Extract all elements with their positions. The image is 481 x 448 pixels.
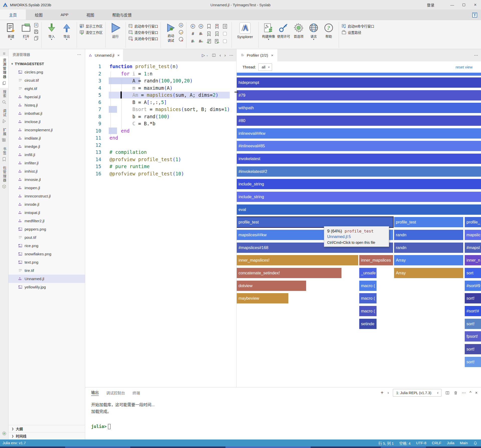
status-item[interactable]: CRLF — [432, 441, 441, 445]
open-button[interactable]: 打开 ▼ — [19, 22, 34, 41]
flame-bar-#sort#9[interactable]: #sort#9 — [465, 281, 481, 291]
breakpoint-cond-icon[interactable]: #= — [191, 39, 194, 44]
set-path-button[interactable]: 设置路径 — [341, 30, 361, 35]
flame-bar-include_string[interactable]: include_string — [237, 179, 481, 189]
export-button[interactable]: 导出 ▼ — [59, 22, 74, 41]
close-panel-icon[interactable]: × — [475, 391, 477, 395]
code-editor[interactable]: 12345678910111213141516 function profile… — [85, 61, 236, 177]
repl-selector[interactable]: 1: Julia REPL (v1.7.3) ∨ — [393, 389, 441, 397]
flame-bar-inner_mapslices![interactable]: inner_mapslices! — [237, 255, 358, 265]
new-terminal-icon[interactable]: + — [381, 390, 384, 396]
flame-bar-profile_test[interactable]: profile_test — [394, 217, 463, 227]
flame-bar-concatenate_setindex![interactable]: concatenate_setindex! — [237, 268, 341, 278]
login-button[interactable]: 登录 — [427, 2, 434, 8]
flame-bar-macro ([interactable]: macro ( — [359, 281, 377, 291]
bookmark-list-icon[interactable] — [222, 24, 228, 29]
flame-bar-inner_mapslices[interactable]: inner_mapslices — [359, 255, 393, 265]
flame-bar-profile_[interactable]: profile_ — [465, 217, 481, 227]
start-repl-button[interactable]: REPL 启动命令行窗口 — [128, 24, 158, 29]
file-item-imcomplement.jl[interactable]: imcomplement.jl — [9, 126, 85, 134]
back-icon[interactable]: ‹ — [219, 53, 221, 58]
status-item[interactable]: 行 5, 列 1 — [378, 440, 394, 446]
breakpoint-icon[interactable]: # — [192, 31, 194, 36]
doc-next-icon[interactable] — [206, 39, 212, 44]
forward-icon[interactable]: › — [224, 53, 226, 58]
thread-select[interactable]: all ∨ — [258, 63, 272, 71]
collapse-ribbon-icon[interactable] — [471, 12, 478, 18]
language-dropdown-icon[interactable]: ▼ — [313, 39, 315, 41]
tooltip-location[interactable]: Unnamed.jl:5 — [327, 235, 386, 239]
flame-bar-eval[interactable]: eval — [237, 204, 481, 215]
license-button[interactable]: 使用许可 — [276, 22, 291, 39]
menu-hamburger-icon[interactable]: ≡ — [0, 51, 8, 56]
split-editor-icon[interactable] — [212, 53, 216, 57]
explorer-more-icon[interactable]: ⋯ — [77, 52, 81, 57]
menu-tab-主页[interactable]: 主页 — [0, 10, 26, 20]
file-item-tire.tif[interactable]: tire.tif — [9, 266, 85, 275]
flame-bar-withpath[interactable]: withpath — [237, 103, 481, 113]
flame-bar-randn[interactable]: randn — [394, 243, 463, 253]
file-item-imclose.jl[interactable]: imclose.jl — [9, 118, 85, 126]
copy-doc-icon[interactable] — [34, 36, 39, 41]
export-dropdown-icon[interactable]: ▼ — [66, 39, 68, 41]
file-item-yellowlily.jpg[interactable]: yellowlily.jpg — [9, 283, 85, 291]
kill-terminal-icon[interactable] — [453, 391, 458, 395]
bookmark-icon[interactable] — [206, 24, 212, 29]
flame-bar-#mapsl[interactable]: #mapsl — [465, 243, 481, 253]
file-item-imedge.jl[interactable]: imedge.jl — [9, 142, 85, 151]
sysplorer-button[interactable]: Sysplorer — [234, 22, 256, 39]
flame-bar-sort![interactable]: sort! — [465, 344, 481, 354]
terminal-output[interactable]: 开始加载库，这可能需要一段时间...加载完成。 julia> — [85, 398, 481, 430]
favorite-doc-icon[interactable] — [34, 23, 39, 28]
file-item-imfilter.jl[interactable]: imfilter.jl — [9, 159, 85, 167]
menu-tab-APP[interactable]: APP — [52, 10, 77, 20]
file-item-imtopat.jl[interactable]: imtopat.jl — [9, 208, 85, 217]
flame-bar-#sort!#[interactable]: #sort!# — [465, 306, 481, 316]
flame-bar-setinde[interactable]: setinde — [359, 319, 377, 329]
flame-bar-macro ([interactable]: macro ( — [359, 306, 377, 316]
start-debug-button[interactable]: 启动 调试 — [163, 22, 178, 43]
open-dropdown-icon[interactable]: ▼ — [25, 39, 27, 41]
panel-tab-调试控制台[interactable]: 调试控制台 — [106, 390, 125, 395]
flame-bar-Array[interactable]: Array — [394, 255, 463, 265]
save-doc-icon[interactable] — [34, 29, 39, 34]
file-item-imdilate.jl[interactable]: imdilate.jl — [9, 134, 85, 142]
file-item-rice.png[interactable]: rice.png — [9, 242, 85, 250]
run-dropdown-icon[interactable]: ⌄ — [206, 54, 208, 57]
maximize-panel-icon[interactable]: ^ — [469, 391, 471, 395]
sidebar-item-搜索[interactable]: 搜索 — [0, 88, 8, 107]
file-item-eight.tif[interactable]: eight.tif — [9, 84, 85, 93]
sidebar-item-资源管理器[interactable]: 资源管理器 — [0, 56, 8, 88]
panel-more-icon[interactable]: ⋯ — [462, 390, 466, 395]
file-item-imfill.jl[interactable]: imfill.jl — [9, 151, 85, 159]
file-item-imnosie.jl[interactable]: imnosie.jl — [9, 175, 85, 184]
breakpoint-clear-icon[interactable]: #× — [199, 31, 202, 36]
flame-bar-Array[interactable]: Array — [394, 268, 463, 278]
flame-bar-inner_n[interactable]: inner_n — [465, 255, 481, 265]
doc-prev-icon[interactable] — [214, 39, 220, 44]
notifications-bell-icon[interactable] — [473, 441, 477, 445]
build-image-button[interactable]: 构建映像 ▼ — [261, 22, 276, 41]
status-item[interactable]: Main — [460, 441, 468, 445]
flame-bar-fpsort![interactable]: fpsort! — [465, 331, 481, 342]
preferences-button[interactable]: 首选项 — [291, 22, 306, 39]
sidebar-item-包管理器[interactable]: 包管理器 — [0, 164, 8, 191]
reset-view-link[interactable]: reset view — [455, 65, 472, 69]
flame-bar-invokelatest[interactable]: invokelatest — [237, 154, 481, 164]
run-button[interactable]: 运行 — [108, 22, 123, 39]
nav-back-icon[interactable] — [190, 24, 196, 29]
file-item-peppers.png[interactable]: peppers.png — [9, 225, 85, 233]
flame-bar-dotview[interactable]: dotview — [237, 281, 306, 291]
flame-bar-#inlineeval#85[interactable]: #inlineeval#85 — [237, 141, 481, 151]
flame-bar-randn[interactable]: randn — [394, 230, 463, 240]
build-image-dropdown-icon[interactable]: ▼ — [268, 39, 270, 41]
minimize-button[interactable]: — — [446, 0, 458, 10]
clear-repl-button[interactable]: REPL 清空命令行窗口 — [128, 30, 158, 35]
file-item-imopen.jl[interactable]: imopen.jl — [9, 184, 85, 192]
nav-forward-icon[interactable] — [198, 24, 204, 29]
file-item-pout.tif[interactable]: pout.tif — [9, 233, 85, 242]
show-workspace-button[interactable]: 显示工作区 — [79, 24, 103, 29]
menu-tab-绘图[interactable]: 绘图 — [26, 10, 52, 20]
flame-bar-_unsafe[interactable]: _unsafe — [359, 268, 377, 278]
status-item[interactable]: UTF-8 — [416, 441, 426, 445]
